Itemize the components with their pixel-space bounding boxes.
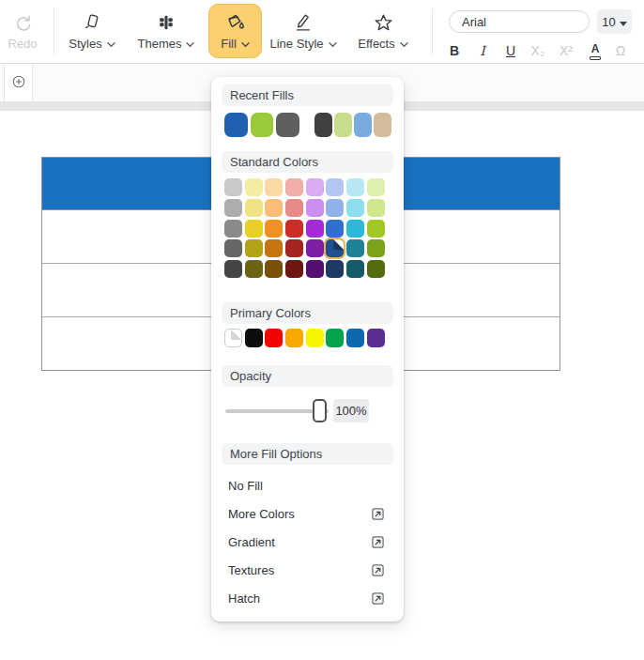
color-swatch[interactable] [245,239,263,257]
color-swatch[interactable] [326,260,344,278]
standard-colors-label: Standard Colors [230,155,318,169]
color-swatch[interactable] [306,239,324,257]
color-swatch[interactable] [265,199,283,217]
color-swatch[interactable] [306,178,324,196]
fill-button[interactable]: Fill [208,4,262,58]
styles-button[interactable]: Styles [64,4,120,58]
color-swatch[interactable] [334,113,352,137]
primary-colors-header: Primary Colors [222,302,393,324]
color-swatch[interactable] [326,199,344,217]
styles-label: Styles [69,37,101,51]
color-swatch[interactable] [354,113,372,137]
color-swatch[interactable] [265,329,283,347]
color-swatch[interactable] [374,113,391,137]
color-swatch[interactable] [306,329,324,347]
color-swatch[interactable] [285,178,303,196]
color-swatch[interactable] [285,329,303,347]
color-swatch[interactable] [285,260,303,278]
color-swatch[interactable] [265,260,283,278]
caret-down-icon [620,15,627,29]
bold-label: B [450,43,459,58]
primary-colors-label: Primary Colors [230,306,311,320]
recent-fills-header: Recent Fills [222,84,393,106]
font-size-dropdown[interactable]: 10 [597,9,632,34]
fill-option-textures[interactable]: Textures [222,557,393,585]
color-swatch[interactable] [367,220,385,238]
color-swatch[interactable] [224,329,242,347]
color-swatch[interactable] [367,260,385,278]
color-swatch[interactable] [346,220,364,238]
superscript-button[interactable]: X² [556,41,576,60]
themes-label: Themes [138,37,182,51]
color-swatch[interactable] [346,199,364,217]
color-swatch[interactable] [326,220,344,238]
color-swatch[interactable] [224,178,242,196]
color-swatch[interactable] [245,199,263,217]
omega-label: Ω [616,43,625,58]
color-swatch[interactable] [265,239,283,257]
font-color-button[interactable]: A [585,41,606,60]
color-swatch[interactable] [224,199,242,217]
opacity-slider: 100% [222,399,393,423]
color-swatch[interactable] [245,260,263,278]
color-swatch[interactable] [346,260,364,278]
line-style-button[interactable]: Line Style [264,4,343,58]
color-swatch[interactable] [346,178,364,196]
fill-option-gradient[interactable]: Gradient [222,529,393,557]
color-swatch[interactable] [224,239,242,257]
add-page-button[interactable] [4,65,33,101]
color-swatch[interactable] [326,178,344,196]
font-name-input[interactable]: Arial [449,10,590,33]
color-swatch[interactable] [306,260,324,278]
color-swatch[interactable] [276,113,299,137]
color-swatch[interactable] [245,220,263,238]
effects-button[interactable]: Effects [350,4,416,58]
fill-option-more-colors[interactable]: More Colors [222,500,393,529]
color-swatch[interactable] [224,260,242,278]
italic-label: I [480,43,485,58]
color-swatch[interactable] [285,199,303,217]
subscript-button[interactable]: X₂ [528,41,548,60]
fill-option-no-fill[interactable]: No Fill [222,472,393,500]
color-swatch[interactable] [314,113,332,137]
color-swatch[interactable] [306,220,324,238]
font-name-value: Arial [462,15,486,29]
color-swatch[interactable] [367,178,385,196]
italic-button[interactable]: I [472,41,493,60]
superscript-label: X² [560,43,573,58]
fill-dropdown-panel: Recent Fills Standard Colors Primary Col… [211,77,404,622]
paint-bucket-icon [224,11,247,34]
color-swatch[interactable] [251,113,274,137]
star-icon [372,11,394,34]
standard-colors-grid [222,178,393,281]
color-swatch-hovered[interactable] [326,239,344,257]
color-swatch[interactable] [224,220,242,238]
color-swatch[interactable] [367,199,385,217]
color-swatch[interactable] [367,329,385,347]
underline-button[interactable]: U [500,41,521,60]
color-swatch[interactable] [224,113,248,137]
color-swatch[interactable] [285,220,303,238]
external-link-icon [372,564,384,576]
color-swatch[interactable] [306,199,324,217]
color-swatch[interactable] [265,178,283,196]
fill-option-hatch[interactable]: Hatch [222,585,393,613]
bold-button[interactable]: B [444,41,465,60]
color-swatch[interactable] [285,239,303,257]
color-swatch[interactable] [367,239,385,257]
themes-button[interactable]: Themes [136,4,196,58]
color-swatch[interactable] [245,178,263,196]
color-swatch[interactable] [346,329,364,347]
redo-button[interactable]: Redo [2,4,43,58]
special-character-button[interactable]: Ω [610,41,631,60]
font-color-label: A [591,42,600,55]
pencil-icon [292,11,314,34]
opacity-slider-thumb[interactable] [313,399,327,422]
line-style-label: Line Style [269,37,323,51]
color-swatch[interactable] [346,239,364,257]
color-swatch[interactable] [326,329,344,347]
color-swatch[interactable] [245,329,263,347]
primary-colors-row [222,329,393,347]
color-swatch[interactable] [265,220,283,238]
main-toolbar: Redo Styles Themes [0,0,644,64]
